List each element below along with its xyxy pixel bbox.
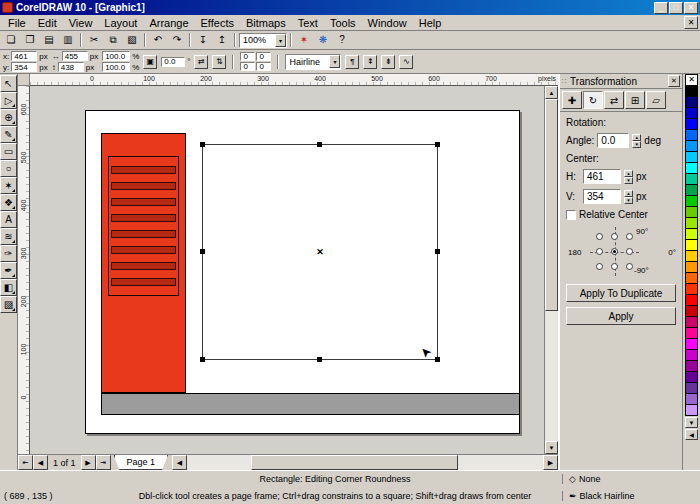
scroll-right-button[interactable]: ▶ — [543, 455, 558, 470]
anchor-top-left-radio[interactable] — [596, 233, 603, 240]
scale-v-field[interactable]: 100.0 — [102, 62, 130, 72]
spin-up-icon[interactable]: ▴ — [632, 134, 641, 141]
wrap-paragraph-text-button[interactable]: ¶ — [345, 55, 359, 69]
menu-file[interactable]: File — [2, 16, 32, 30]
spin-down-icon[interactable]: ▾ — [624, 177, 633, 184]
horizontal-scroll-thumb[interactable] — [251, 455, 457, 470]
previous-page-button[interactable]: ◀ — [33, 455, 48, 470]
new-button[interactable]: ❏ — [2, 32, 20, 48]
menu-view[interactable]: View — [63, 16, 99, 30]
x-position-field[interactable]: 461 — [11, 51, 37, 61]
scroll-down-button[interactable]: ▼ — [545, 441, 558, 454]
redo-button[interactable]: ↷ — [168, 32, 186, 48]
tab-skew[interactable]: ▱ — [646, 91, 666, 109]
last-page-button[interactable]: ⇥ — [96, 455, 111, 470]
polygon-tool-button[interactable]: ✶ — [0, 177, 17, 194]
selection-handle-top-right[interactable] — [435, 142, 440, 147]
selection-handle-bottom-right[interactable] — [435, 357, 440, 362]
relative-center-checkbox[interactable] — [566, 210, 576, 220]
zoom-dropdown-button[interactable]: ▾ — [275, 34, 286, 47]
interactive-fill-tool-button[interactable]: ▨ — [0, 296, 17, 313]
selection-handle-bottom-center[interactable] — [317, 357, 322, 362]
ruler-origin-corner[interactable] — [18, 74, 30, 86]
scale-h-field[interactable]: 100.0 — [102, 51, 130, 61]
horizontal-ruler[interactable]: 0 100 200 300 400 500 600 700 pixels — [30, 74, 558, 86]
selection-handle-top-center[interactable] — [317, 142, 322, 147]
h-center-field[interactable]: 461 — [583, 169, 621, 184]
v-center-field[interactable]: 354 — [583, 189, 621, 204]
object-height-field[interactable]: 438 — [58, 62, 84, 72]
outline-width-dropdown[interactable]: Hairline ▾ — [285, 54, 341, 70]
anchor-middle-left-radio[interactable] — [596, 248, 603, 255]
corner-roundness-br-field[interactable]: 0 — [256, 62, 271, 71]
spin-down-icon[interactable]: ▾ — [632, 141, 641, 148]
red-button-list-shape[interactable] — [108, 156, 179, 296]
tab-position[interactable]: ✚ — [562, 91, 582, 109]
save-button[interactable]: ▤ — [40, 32, 58, 48]
color-swatch[interactable] — [685, 404, 698, 416]
mirror-vertical-button[interactable]: ⇅ — [212, 55, 226, 69]
selected-rectangle[interactable]: ✕ — [202, 144, 438, 360]
outline-width-dropdown-button[interactable]: ▾ — [329, 55, 340, 68]
to-back-button[interactable]: ⇟ — [381, 55, 395, 69]
application-launcher-button[interactable]: ✶ — [295, 32, 313, 48]
basic-shapes-tool-button[interactable]: ❖ — [0, 194, 17, 211]
selection-handle-top-left[interactable] — [200, 142, 205, 147]
tab-rotation[interactable]: ↻ — [583, 91, 603, 109]
anchor-center-radio[interactable] — [611, 248, 618, 255]
red-rectangle-shape[interactable] — [101, 133, 186, 393]
import-button[interactable]: ↧ — [194, 32, 212, 48]
corel-community-button[interactable]: ❋ — [314, 32, 332, 48]
menu-text[interactable]: Text — [292, 16, 324, 30]
drawing-canvas[interactable]: ✕ ➤ — [30, 86, 544, 454]
h-center-spinner[interactable]: ▴ ▾ — [624, 170, 633, 184]
object-width-field[interactable]: 455 — [62, 51, 88, 61]
ellipse-tool-button[interactable]: ○ — [0, 160, 17, 177]
whats-this-help-button[interactable]: ? — [333, 32, 351, 48]
menu-edit[interactable]: Edit — [32, 16, 63, 30]
vertical-scroll-track[interactable] — [545, 99, 558, 441]
spin-up-icon[interactable]: ▴ — [624, 190, 633, 197]
close-button[interactable]: ✕ — [684, 2, 698, 14]
print-button[interactable]: ▥ — [59, 32, 77, 48]
corner-roundness-bl-field[interactable]: 0 — [240, 62, 255, 71]
shape-tool-button[interactable]: ▷ — [0, 92, 17, 109]
to-front-button[interactable]: ⇞ — [363, 55, 377, 69]
menu-layout[interactable]: Layout — [98, 16, 143, 30]
corner-roundness-tr-field[interactable]: 0 — [256, 52, 271, 61]
copy-button[interactable]: ⧉ — [104, 32, 122, 48]
menu-bitmaps[interactable]: Bitmaps — [240, 16, 292, 30]
menu-help[interactable]: Help — [413, 16, 448, 30]
selection-handle-middle-left[interactable] — [200, 249, 205, 254]
anchor-bottom-right-radio[interactable] — [626, 263, 633, 270]
menu-arrange[interactable]: Arrange — [143, 16, 194, 30]
spin-up-icon[interactable]: ▴ — [624, 170, 633, 177]
first-page-button[interactable]: ⇤ — [18, 455, 33, 470]
rotation-center-marker[interactable]: ✕ — [316, 247, 324, 257]
docker-drag-handle-icon[interactable]: ∷ — [562, 77, 567, 86]
docker-close-button[interactable]: ✕ — [668, 75, 680, 87]
vertical-scroll-thumb[interactable] — [545, 99, 558, 311]
convert-to-curves-button[interactable]: ∿ — [399, 55, 413, 69]
anchor-top-right-radio[interactable] — [626, 233, 633, 240]
open-button[interactable]: ❐ — [21, 32, 39, 48]
scroll-up-button[interactable]: ▲ — [545, 86, 558, 99]
nonproportional-scale-lock-button[interactable]: ▣ — [143, 55, 157, 69]
mirror-horizontal-button[interactable]: ⇄ — [194, 55, 208, 69]
rectangle-tool-button[interactable]: ▭ — [0, 143, 17, 160]
vertical-ruler[interactable]: 600 500 400 300 200 100 0 — [18, 86, 30, 454]
tab-size[interactable]: ⊞ — [625, 91, 645, 109]
minimize-button[interactable]: _ — [654, 2, 668, 14]
tab-scale-mirror[interactable]: ⇄ — [604, 91, 624, 109]
apply-button[interactable]: Apply — [566, 307, 676, 325]
next-page-button[interactable]: ▶ — [81, 455, 96, 470]
outline-tool-button[interactable]: ✒ — [0, 262, 17, 279]
horizontal-scroll-track[interactable] — [187, 455, 543, 470]
horizontal-scrollbar[interactable]: ◀ ▶ — [172, 455, 558, 470]
document-page[interactable]: ✕ ➤ — [85, 110, 520, 434]
vertical-scrollbar[interactable]: ▲ ▼ — [544, 86, 558, 454]
eyedropper-tool-button[interactable]: ✑ — [0, 245, 17, 262]
apply-to-duplicate-button[interactable]: Apply To Duplicate — [566, 284, 676, 302]
menu-window[interactable]: Window — [362, 16, 413, 30]
fill-tool-button[interactable]: ◧ — [0, 279, 17, 296]
